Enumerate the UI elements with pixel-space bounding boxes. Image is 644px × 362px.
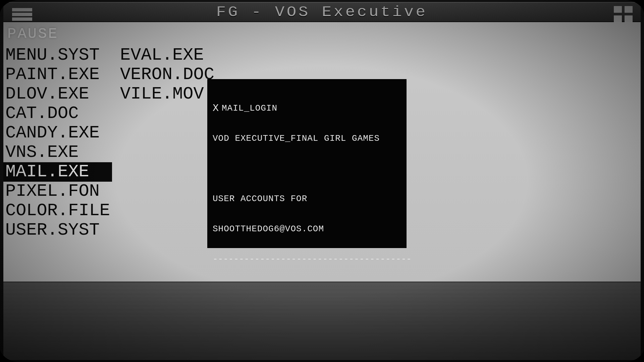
file-item[interactable]: VNS.EXE [3,143,112,162]
divider: -------------------------------------- [213,254,401,264]
file-item[interactable]: PIXEL.FON [3,182,112,201]
svg-rect-2 [614,15,622,22]
desktop-surface: PAUSE MENU.SYSTPAINT.EXEDLOV.EXECAT.DOCC… [3,22,641,282]
file-item[interactable]: VILE.MOV [118,84,216,104]
file-item[interactable]: PAINT.EXE [3,65,112,84]
mail-login-window: X MAIL_LOGIN VOD EXECUTIVE_FINAL GIRL GA… [208,80,406,247]
mail-window-subtitle: VOD EXECUTIVE_FINAL GIRL GAMES [213,133,401,143]
file-item[interactable]: EVAL.EXE [118,46,216,65]
file-list: MENU.SYSTPAINT.EXEDLOV.EXECAT.DOCCANDY.E… [3,46,216,240]
svg-rect-1 [625,6,633,13]
file-item[interactable]: DLOV.EXE [3,84,112,104]
logo-icon [614,6,633,22]
svg-rect-0 [614,6,622,13]
file-item[interactable]: CANDY.EXE [3,123,112,143]
crt-noise-area [3,282,641,360]
file-item[interactable]: MAIL.EXE [3,162,112,182]
menu-icon[interactable] [12,7,32,21]
svg-rect-3 [625,15,633,22]
title-bar: FG - VOS Executive [3,2,641,22]
mail-accounts-label: USER ACCOUNTS FOR [213,194,401,204]
file-item[interactable]: VERON.DOC [118,65,216,84]
app-title: FG - VOS Executive [216,4,428,20]
pause-button[interactable]: PAUSE [7,25,58,42]
mail-account-email: SHOOTTHEDOG6@VOS.COM [213,224,401,234]
mail-window-title: MAIL_LOGIN [222,103,277,113]
file-item[interactable]: MENU.SYST [3,46,112,65]
close-icon[interactable]: X [213,104,219,113]
file-item[interactable]: COLOR.FILE [3,201,112,221]
file-item[interactable]: USER.SYST [3,221,112,240]
file-item[interactable]: CAT.DOC [3,104,112,123]
